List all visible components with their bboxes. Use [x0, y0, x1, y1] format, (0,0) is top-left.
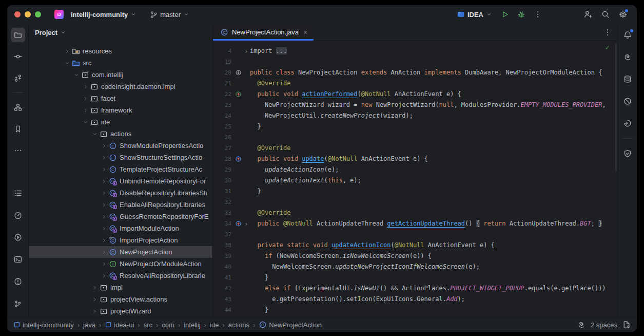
tab-options-button[interactable]	[603, 24, 618, 41]
fold-arrow-icon[interactable]: ›	[243, 46, 250, 57]
tool-window-button-terminal[interactable]	[11, 252, 25, 267]
tree-item-facet[interactable]: facet	[29, 92, 212, 104]
tree-item-GuessRemoteRepositoryForE[interactable]: CGuessRemoteRepositoryForE	[29, 211, 212, 222]
breadcrumb-item-com[interactable]: com	[162, 321, 174, 329]
breadcrumb-item-intellij[interactable]: intellij	[184, 321, 201, 329]
code-line[interactable]: 21 @Override	[213, 78, 618, 89]
code-line[interactable]: 33 @Override	[213, 208, 618, 218]
tool-window-button-notifications[interactable]	[620, 28, 635, 42]
chevron-right-icon[interactable]	[100, 237, 108, 244]
tree-item-com.intellij[interactable]: com.intellij	[29, 69, 212, 81]
gutter-override-icon[interactable]	[233, 69, 243, 76]
tree-item-UnbindRemoteRepositoryFor[interactable]: CUnbindRemoteRepositoryFor	[29, 175, 212, 187]
tool-window-button-trusted-project[interactable]	[620, 146, 635, 161]
code-line[interactable]: 29 updateActionIcon(e);	[213, 164, 618, 175]
code-line[interactable]: 38 private static void updateActionIcon(…	[213, 240, 618, 251]
ai-status-icon[interactable]	[577, 321, 586, 329]
branch-widget[interactable]: master	[147, 9, 192, 20]
editor-scrollbar[interactable]	[615, 43, 617, 172]
tool-window-button-project[interactable]	[11, 28, 25, 42]
chevron-right-icon[interactable]	[90, 285, 99, 291]
tool-window-button-structure[interactable]	[11, 100, 25, 115]
chevron-right-icon[interactable]	[100, 155, 108, 161]
minimize-button[interactable]	[25, 11, 31, 17]
project-view-selector[interactable]: Project	[29, 24, 212, 41]
tree-item-EnableAllRepositoryLibraries[interactable]: CEnableAllRepositoryLibraries	[29, 199, 212, 211]
tree-item-NewProjectOrModuleAction[interactable]: INewProjectOrModuleAction	[29, 258, 212, 270]
code-line[interactable]: 30 updateActionText(this, e);	[213, 175, 618, 186]
tree-item-codeInsight.daemon.impl[interactable]: codeInsight.daemon.impl	[29, 81, 212, 92]
tool-window-button-services[interactable]	[11, 230, 25, 245]
chevron-right-icon[interactable]	[90, 296, 99, 303]
tool-window-button-problems[interactable]	[11, 274, 25, 289]
code-line[interactable]: 19	[213, 57, 618, 67]
tool-window-button-pull-requests[interactable]	[11, 71, 25, 85]
tree-item-ide[interactable]: ide	[29, 116, 212, 128]
code-line[interactable]: 26	[213, 132, 618, 143]
tool-window-button-bookmarks[interactable]	[11, 122, 25, 136]
tree-item-NewProjectAction[interactable]: CNewProjectAction	[29, 246, 212, 258]
chevron-right-icon[interactable]	[100, 143, 108, 149]
code-line[interactable]: 23 NewProjectWizard wizard = new NewProj…	[213, 100, 618, 110]
code-line[interactable]: 32	[213, 197, 618, 208]
tree-item-impl[interactable]: impl	[29, 282, 212, 293]
project-widget[interactable]: intellij-community	[68, 9, 140, 20]
code-line[interactable]: 24 NewProjectUtil.createNewProject(wizar…	[213, 110, 618, 121]
chevron-right-icon[interactable]	[63, 48, 71, 54]
code-line[interactable]: 34› public @NotNull ActionUpdateThread g…	[213, 218, 618, 229]
fold-arrow-icon[interactable]: ›	[243, 218, 250, 229]
chevron-right-icon[interactable]	[100, 273, 108, 279]
code-with-me-button[interactable]	[581, 8, 595, 21]
editor-tab[interactable]: C NewProjectAction.java ×	[213, 24, 314, 41]
tree-item-resources[interactable]: resources	[29, 45, 212, 57]
search-everywhere-button[interactable]	[599, 8, 612, 21]
tree-item-framework[interactable]: framework	[29, 104, 212, 116]
indent-widget[interactable]: 2 spaces	[591, 321, 617, 329]
tree-item-ImportProjectAction[interactable]: CImportProjectAction	[29, 234, 212, 246]
chevron-right-icon[interactable]	[100, 202, 108, 208]
chevron-right-icon[interactable]	[81, 107, 90, 114]
tree-item-DisableRepositoryLibrariesSh[interactable]: CDisableRepositoryLibrariesSh	[29, 187, 212, 199]
chevron-right-icon[interactable]	[90, 308, 99, 314]
chevron-down-icon[interactable]	[81, 119, 90, 125]
tool-window-button-no-entry[interactable]	[620, 94, 635, 108]
close-button[interactable]	[14, 11, 21, 17]
more-actions-button[interactable]	[531, 8, 544, 21]
debug-button[interactable]	[515, 8, 528, 21]
breadcrumb-item-idea-ui[interactable]: idea-ui	[105, 321, 134, 329]
tree-item-projectWizard[interactable]: projectWizard	[29, 305, 212, 317]
run-button[interactable]	[498, 8, 512, 21]
tree-item-actions[interactable]: actions	[29, 128, 212, 140]
chevron-down-icon[interactable]	[63, 60, 71, 66]
breadcrumb-item-NewProjectAction[interactable]: CNewProjectAction	[259, 321, 322, 329]
code-editor[interactable]: ✓ 4›import ...1920public class NewProjec…	[213, 41, 618, 317]
code-line[interactable]: 31 }	[213, 186, 618, 197]
tree-item-src[interactable]: src	[29, 57, 212, 69]
code-line[interactable]: 20public class NewProjectAction extends …	[213, 67, 618, 78]
chevron-down-icon[interactable]	[90, 131, 99, 137]
chevron-right-icon[interactable]	[100, 261, 108, 267]
tab-close-button[interactable]: ×	[303, 28, 307, 36]
chevron-right-icon[interactable]	[100, 190, 108, 196]
code-line[interactable]: 27 @Override	[213, 143, 618, 154]
tool-window-button-version-control[interactable]	[11, 296, 25, 311]
code-line[interactable]: 43 e.getPresentation().setIcon(ExpUiIcon…	[213, 294, 618, 305]
gutter-override-icon[interactable]	[233, 220, 243, 227]
chevron-right-icon[interactable]	[100, 249, 108, 255]
breadcrumb-item-src[interactable]: src	[144, 321, 152, 329]
zoom-button[interactable]	[35, 11, 41, 17]
tool-window-button-more-tool-windows[interactable]	[11, 143, 25, 158]
chevron-right-icon[interactable]	[81, 84, 90, 90]
tool-window-button-commit[interactable]	[11, 49, 25, 64]
code-line[interactable]: 28 public void update(@NotNull AnActionE…	[213, 154, 618, 164]
code-line[interactable]: 4›import ...	[213, 46, 618, 57]
chevron-right-icon[interactable]	[81, 96, 90, 102]
chevron-right-icon[interactable]	[100, 178, 108, 184]
tree-item-ResolveAllRepositoryLibrarie[interactable]: CResolveAllRepositoryLibrarie	[29, 270, 212, 282]
breadcrumb-item-ide[interactable]: ide	[210, 321, 219, 329]
tool-window-button-ai-assistant[interactable]	[620, 50, 635, 64]
code-line[interactable]: 22 public void actionPerformed(@NotNull …	[213, 89, 618, 100]
tool-window-button-incoming[interactable]	[620, 116, 635, 130]
code-line[interactable]: 41 }	[213, 272, 618, 283]
tree-item-ShowModulePropertiesActio[interactable]: CShowModulePropertiesActio	[29, 140, 212, 152]
